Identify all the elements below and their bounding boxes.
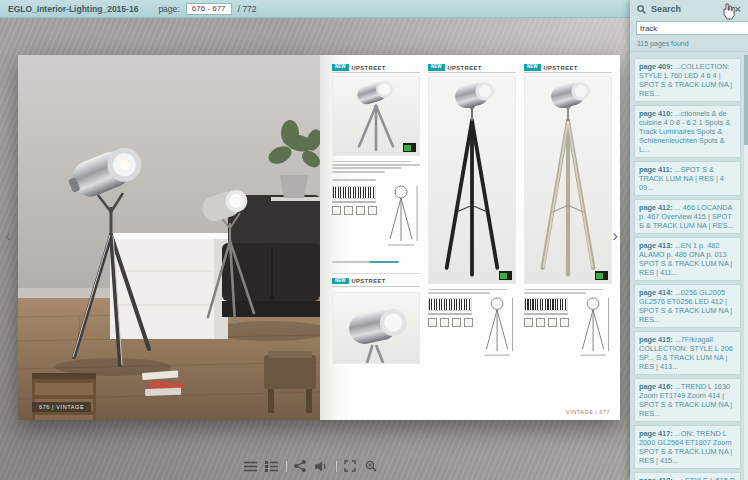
product-column-2: NEW UPSTREET — [428, 63, 516, 406]
new-tag: NEW — [332, 278, 349, 285]
result-page-number: page 414: — [639, 288, 675, 297]
product-description — [332, 159, 420, 174]
page-label: page: — [158, 4, 179, 14]
search-icon — [637, 5, 646, 14]
search-result-item[interactable]: page 411: ...SPOT S & TRACK LUM NA | RES… — [634, 161, 741, 196]
close-icon[interactable]: × — [735, 4, 741, 14]
new-tag: NEW — [428, 64, 445, 71]
page-total: / 772 — [238, 4, 257, 14]
search-result-item[interactable]: page 410: ...ctionnels & de cuisine 4 0 … — [634, 105, 741, 158]
bottom-toolbar — [243, 459, 378, 473]
search-result-item[interactable]: page 412: ... 466 LOCANDA p. 467 Overvie… — [634, 199, 741, 234]
right-page-footer: VINTAGE | 677 — [566, 409, 610, 415]
search-result-item[interactable]: page 418: ...: STYLE L 515 B 115 L 115 L… — [634, 472, 741, 480]
spec-icons — [332, 206, 377, 215]
result-page-number: page 418: — [639, 476, 675, 480]
barcode-number — [428, 313, 472, 315]
divider — [332, 273, 420, 274]
result-page-number: page 410: — [639, 109, 675, 118]
room-photo — [18, 55, 320, 420]
next-page-arrow[interactable]: › — [608, 226, 622, 246]
energy-label-icon — [403, 143, 416, 152]
product-header: NEW UPSTREET — [428, 63, 516, 73]
barcode — [524, 298, 568, 311]
result-page-number: page 415: — [639, 335, 675, 344]
product-name: UPSTREET — [448, 65, 482, 71]
zoom-in-icon[interactable] — [364, 459, 378, 473]
search-results-list: page 409: ...COLLECTION: STYLE L 760 LED… — [630, 55, 744, 480]
previous-page-arrow[interactable]: ‹ — [1, 226, 15, 246]
new-tag: NEW — [332, 64, 349, 71]
desktop-background: { "titlebar": { "title": "EGLO_Interior-… — [0, 0, 748, 480]
energy-label-icon — [499, 271, 512, 280]
toolbar-separator — [335, 461, 336, 472]
search-panel-header: Search × — [630, 0, 748, 18]
dimension-sketch — [386, 183, 420, 249]
results-count: 115 pages found — [630, 38, 748, 52]
dimension-sketch — [482, 295, 516, 359]
catalog-right-page[interactable]: NEW UPSTREET — [320, 55, 620, 420]
spec-icons — [524, 318, 569, 327]
search-panel-title: Search — [651, 4, 681, 14]
search-result-item[interactable]: page 414: ...0256 GL2005 GL2576 ET0256 L… — [634, 284, 741, 328]
lamp-spec-line — [332, 179, 376, 181]
barcode-number — [332, 201, 376, 203]
table-of-contents-icon[interactable] — [243, 459, 257, 473]
product-name: UPSTREET — [352, 278, 386, 284]
result-page-number: page 416: — [639, 382, 675, 391]
result-page-number: page 409: — [639, 62, 675, 71]
result-page-number: page 413: — [639, 241, 675, 250]
search-result-item[interactable]: page 416: ...TREND L 1630 Zoom ET1749 Zo… — [634, 378, 741, 422]
sound-icon[interactable] — [314, 459, 328, 473]
dimension-sketch — [578, 295, 612, 359]
product-header: NEW UPSTREET — [524, 63, 612, 73]
barcode-number — [524, 313, 568, 315]
sidebar-scrollbar-thumb[interactable] — [744, 55, 748, 145]
search-input[interactable] — [636, 21, 748, 35]
product-description — [428, 287, 516, 295]
product-photo — [332, 76, 420, 156]
product-description — [524, 287, 612, 295]
thumbnails-icon[interactable] — [264, 459, 278, 473]
result-page-number: page 412: — [639, 203, 675, 212]
toolbar-separator — [285, 461, 286, 472]
more-info-line — [332, 251, 420, 269]
flipbook-titlebar: EGLO_Interior-Lighting_2015-16 page: / 7… — [0, 0, 630, 18]
product-photo — [332, 292, 420, 364]
product-name: UPSTREET — [544, 65, 578, 71]
product-photo — [428, 76, 516, 284]
catalog-left-page[interactable]: 676 | VINTAGE — [18, 55, 320, 420]
energy-label-icon — [595, 271, 608, 280]
spec-icons — [428, 318, 473, 327]
result-page-number: page 417: — [639, 429, 675, 438]
barcode — [332, 186, 376, 199]
product-name: UPSTREET — [352, 65, 386, 71]
product-header: NEW UPSTREET — [332, 277, 420, 287]
search-result-item[interactable]: page 413: ...EN 1 p. 482 ALAMO p. 486 ON… — [634, 237, 741, 281]
product-photo — [524, 76, 612, 284]
search-panel: Search × 115 pages found page 409: ...CO… — [630, 0, 748, 480]
product-column-1: NEW UPSTREET — [332, 63, 420, 406]
barcode — [428, 298, 472, 311]
search-result-item[interactable]: page 417: ...ON: TREND L 2000 GL2564 ET1… — [634, 425, 741, 469]
page-spread: 676 | VINTAGE NEW UPSTREET — [18, 55, 620, 420]
page-number-input[interactable] — [186, 3, 232, 15]
search-form — [630, 18, 748, 38]
product-header: NEW UPSTREET — [332, 63, 420, 73]
fullscreen-icon[interactable] — [343, 459, 357, 473]
document-title: EGLO_Interior-Lighting_2015-16 — [8, 4, 138, 14]
product-column-3: NEW UPSTREET — [524, 63, 612, 406]
share-icon[interactable] — [293, 459, 307, 473]
search-result-item[interactable]: page 409: ...COLLECTION: STYLE L 760 LED… — [634, 58, 741, 102]
new-tag: NEW — [524, 64, 541, 71]
result-page-number: page 411: — [639, 165, 674, 174]
left-page-footer: 676 | VINTAGE — [32, 402, 91, 412]
search-result-item[interactable]: page 415: ...7F/kragall COLLECTION: STYL… — [634, 331, 741, 375]
